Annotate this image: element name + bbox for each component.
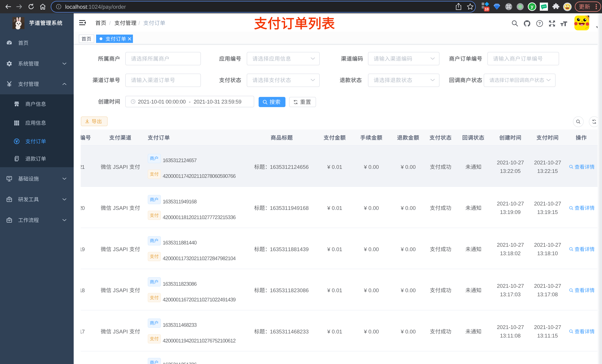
- svg-text:y: y: [531, 4, 534, 9]
- svg-text:?: ?: [538, 21, 541, 26]
- svg-text:10: 10: [485, 7, 489, 11]
